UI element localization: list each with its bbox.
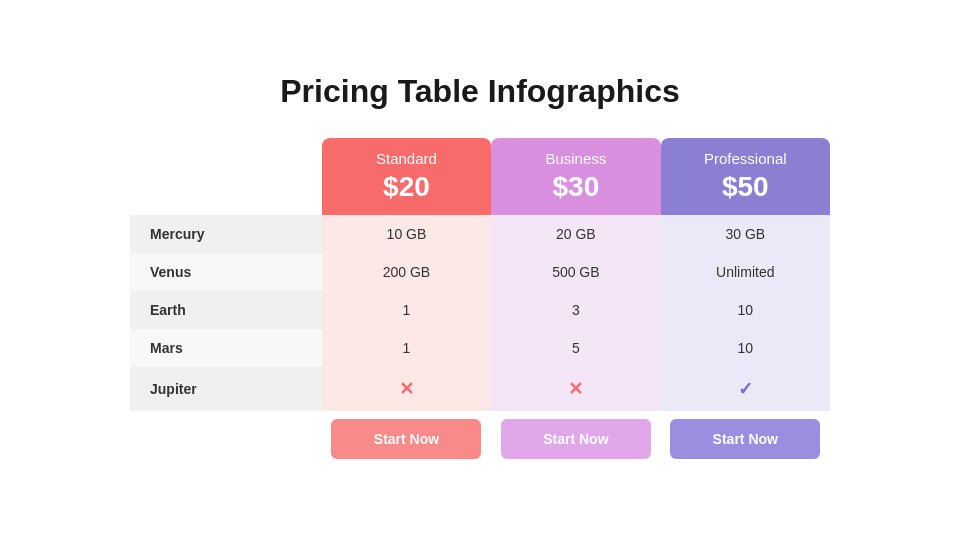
- cell-venus-professional: Unlimited: [661, 253, 830, 291]
- plan-name-standard: Standard: [332, 150, 481, 167]
- page-wrapper: Pricing Table Infographics Standard $20 …: [0, 0, 960, 540]
- row-label-venus: Venus: [130, 253, 322, 291]
- cell-jupiter-business: ✕: [491, 367, 660, 411]
- table-row: Mars1510: [130, 329, 830, 367]
- row-label-earth: Earth: [130, 291, 322, 329]
- cell-earth-professional: 10: [661, 291, 830, 329]
- plan-name-professional: Professional: [671, 150, 820, 167]
- table-row: Mercury10 GB20 GB30 GB: [130, 215, 830, 253]
- cell-mars-standard: 1: [322, 329, 491, 367]
- table-row: Jupiter✕✕✓: [130, 367, 830, 411]
- table-row: Earth1310: [130, 291, 830, 329]
- check-mark: ✓: [738, 379, 753, 399]
- page-title: Pricing Table Infographics: [280, 73, 679, 110]
- cell-mercury-standard: 10 GB: [322, 215, 491, 253]
- start-now-standard-button[interactable]: Start Now: [331, 419, 481, 459]
- row-label-mercury: Mercury: [130, 215, 322, 253]
- plan-price-professional: $50: [671, 171, 820, 203]
- x-mark: ✕: [568, 379, 583, 399]
- plan-price-business: $30: [501, 171, 650, 203]
- x-mark: ✕: [399, 379, 414, 399]
- cell-mars-professional: 10: [661, 329, 830, 367]
- start-now-business-button[interactable]: Start Now: [501, 419, 651, 459]
- pricing-table: Standard $20 Business $30 Professional $…: [130, 138, 830, 467]
- header-spacer: [130, 138, 322, 215]
- row-label-jupiter: Jupiter: [130, 367, 322, 411]
- cell-mercury-business: 20 GB: [491, 215, 660, 253]
- cell-jupiter-standard: ✕: [322, 367, 491, 411]
- table-row: Venus200 GB500 GBUnlimited: [130, 253, 830, 291]
- button-row-spacer: [130, 411, 322, 467]
- plan-name-business: Business: [501, 150, 650, 167]
- start-now-professional-button[interactable]: Start Now: [670, 419, 820, 459]
- plan-header-professional: Professional $50: [661, 138, 830, 215]
- start-now-professional-cell: Start Now: [661, 411, 830, 467]
- plan-header-standard: Standard $20: [322, 138, 491, 215]
- cell-earth-standard: 1: [322, 291, 491, 329]
- start-now-business-cell: Start Now: [491, 411, 660, 467]
- plan-price-standard: $20: [332, 171, 481, 203]
- cell-earth-business: 3: [491, 291, 660, 329]
- button-row: Start NowStart NowStart Now: [130, 411, 830, 467]
- cell-mercury-professional: 30 GB: [661, 215, 830, 253]
- cell-venus-business: 500 GB: [491, 253, 660, 291]
- cell-venus-standard: 200 GB: [322, 253, 491, 291]
- start-now-standard-cell: Start Now: [322, 411, 491, 467]
- row-label-mars: Mars: [130, 329, 322, 367]
- cell-mars-business: 5: [491, 329, 660, 367]
- plan-header-business: Business $30: [491, 138, 660, 215]
- cell-jupiter-professional: ✓: [661, 367, 830, 411]
